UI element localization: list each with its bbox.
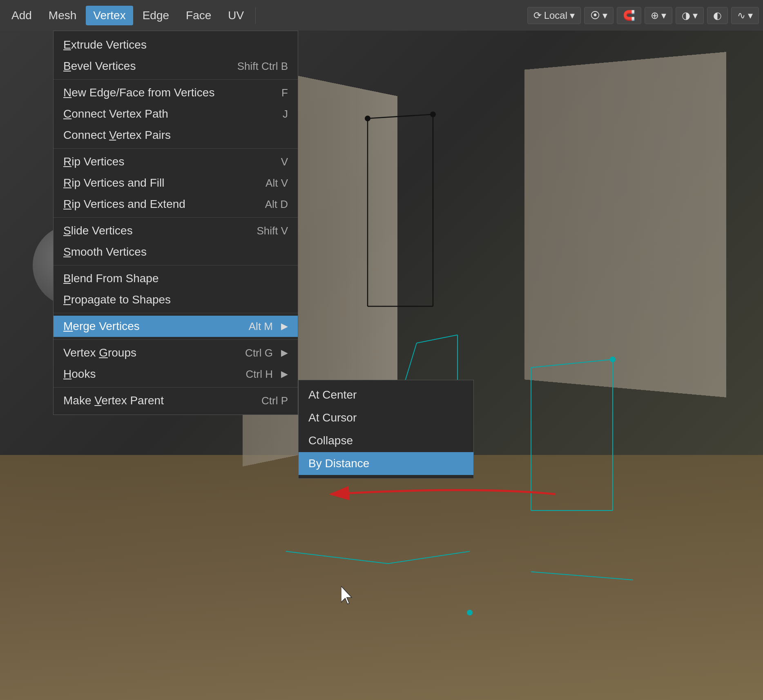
menu-item-label: Vertex Groups [63,346,136,359]
menu-item-connect-vertex-path[interactable]: Connect Vertex Path J [54,103,298,125]
menu-item-shortcut: J [283,108,288,120]
svg-point-12 [430,111,436,117]
menu-item-connect-vertex-pairs[interactable]: Connect Vertex Pairs [54,125,298,146]
menu-item-shortcut: Shift V [257,225,288,237]
transform-mode-btn[interactable]: ⟳ Local ▾ [527,7,581,24]
menu-item-shortcut: Shift Ctrl B [237,60,288,73]
menu-item-label: Connect Vertex Pairs [63,129,171,142]
viewport-shading-btn[interactable]: ◑ ▾ [676,7,704,24]
shading-icon: ◑ [682,10,690,21]
menu-item-shortcut: Alt D [265,198,288,211]
menu-item-label: Hooks [63,368,96,381]
menu-item-rip-vertices-fill[interactable]: Rip Vertices and Fill Alt V [54,172,298,194]
menu-separator-7 [54,387,298,388]
submenu-item-collapse[interactable]: Collapse [299,429,473,452]
submenu-item-label: Collapse [308,434,353,447]
wave-icon: ∿ [737,10,745,21]
merge-vertices-submenu: At Center At Cursor Collapse By Distance [298,380,474,479]
menu-item-shortcut: F [281,87,288,99]
svg-line-5 [417,335,457,343]
menu-item-make-vertex-parent[interactable]: Make Vertex Parent Ctrl P [54,390,298,411]
transform-label: Local [544,10,567,21]
toolbar-right: ⟳ Local ▾ ⦿ ▾ 🧲 ⊕ ▾ ◑ ▾ ◐ ∿ ▾ [527,7,759,24]
menu-item-shortcut: Alt M [249,320,273,333]
proportional-btn[interactable]: ⦿ ▾ [584,7,614,24]
overlay-arrow-icon: ▾ [661,10,666,21]
menu-item-rip-vertices[interactable]: Rip Vertices V [54,151,298,172]
mesh-menu[interactable]: Mesh [41,6,84,25]
render-mode-btn[interactable]: ◐ [707,7,728,24]
top-toolbar: Add Mesh Vertex Edge Face UV ⟳ Local ▾ ⦿… [0,0,763,31]
menu-item-vertex-groups[interactable]: Vertex Groups Ctrl G ▶ [54,342,298,363]
menu-item-bevel-vertices[interactable]: Bevel Vertices Shift Ctrl B [54,56,298,77]
menu-item-label: Rip Vertices [63,155,124,168]
menu-item-label: Rip Vertices and Fill [63,176,164,189]
menu-item-label: Make Vertex Parent [63,394,164,407]
menu-item-label: Merge Vertices [63,320,140,333]
transform-arrow-icon: ▾ [570,10,575,21]
add-menu[interactable]: Add [4,6,39,25]
vertex-menu-btn[interactable]: Vertex [86,6,133,25]
menu-item-hooks[interactable]: Hooks Ctrl H ▶ [54,363,298,385]
toolbar-separator-1 [255,7,256,24]
submenu-item-label: By Distance [308,457,369,470]
menu-item-label: Rip Vertices and Extend [63,198,185,211]
shading-arrow-icon: ▾ [693,10,698,21]
overlay-icon: ⊕ [651,10,659,21]
menu-item-label: Extrude Vertices [63,38,147,51]
menu-separator-3 [54,217,298,218]
menu-item-slide-vertices[interactable]: Slide Vertices Shift V [54,220,298,241]
snap-btn[interactable]: 🧲 [617,7,641,24]
menu-item-rip-vertices-extend[interactable]: Rip Vertices and Extend Alt D [54,194,298,215]
submenu-item-at-center[interactable]: At Center [299,383,473,406]
edge-menu[interactable]: Edge [135,6,176,25]
submenu-arrow-icon: ▶ [281,369,288,379]
submenu-arrow-icon: ▶ [281,321,288,332]
wave-arrow-icon: ▾ [748,10,753,21]
menu-item-shortcut: Ctrl P [261,395,288,407]
overlay-btn[interactable]: ⊕ ▾ [645,7,672,24]
menu-item-merge-vertices[interactable]: Merge Vertices Alt M ▶ [54,316,298,337]
face-menu[interactable]: Face [178,6,219,25]
menu-item-label: Bevel Vertices [63,60,136,73]
vertex-dropdown-menu: Extrude Vertices Bevel Vertices Shift Ct… [53,31,298,415]
uv-menu[interactable]: UV [221,6,251,25]
snap-icon: 🧲 [623,10,635,21]
menu-item-label: Blend From Shape [63,272,158,285]
proportional-arrow-icon: ▾ [602,10,607,21]
submenu-item-by-distance[interactable]: By Distance [299,452,473,475]
wave-btn[interactable]: ∿ ▾ [731,7,759,24]
scene-floor [0,455,763,700]
submenu-item-at-cursor[interactable]: At Cursor [299,406,473,429]
menu-item-label: Propagate to Shapes [63,293,171,306]
menu-item-shortcut: Ctrl H [246,368,273,381]
transform-icon: ⟳ [533,10,542,21]
menu-item-label: Smooth Vertices [63,245,147,259]
submenu-item-label: At Cursor [308,411,357,424]
menu-item-label: New Edge/Face from Vertices [63,86,214,99]
menu-item-shortcut: Ctrl G [245,347,273,359]
menu-item-blend-from-shape[interactable]: Blend From Shape [54,268,298,289]
menu-item-label: Slide Vertices [63,224,133,237]
proportional-icon: ⦿ [590,10,600,21]
menu-item-label: Connect Vertex Path [63,107,168,120]
menu-item-shortcut: Alt V [265,177,288,189]
menu-separator-1 [54,79,298,80]
submenu-item-label: At Center [308,388,357,401]
menu-separator-5 [54,313,298,313]
submenu-arrow-icon: ▶ [281,348,288,358]
menu-item-propagate-to-shapes[interactable]: Propagate to Shapes [54,289,298,310]
menu-item-shortcut: V [281,156,288,168]
menu-separator-2 [54,148,298,149]
render-icon: ◐ [713,10,722,21]
menu-item-new-edge-face[interactable]: New Edge/Face from Vertices F [54,82,298,103]
scene-wall-right [524,52,726,397]
menu-item-smooth-vertices[interactable]: Smooth Vertices [54,241,298,263]
menu-separator-6 [54,339,298,340]
menu-item-extrude-vertices[interactable]: Extrude Vertices [54,34,298,56]
menu-separator-4 [54,265,298,265]
